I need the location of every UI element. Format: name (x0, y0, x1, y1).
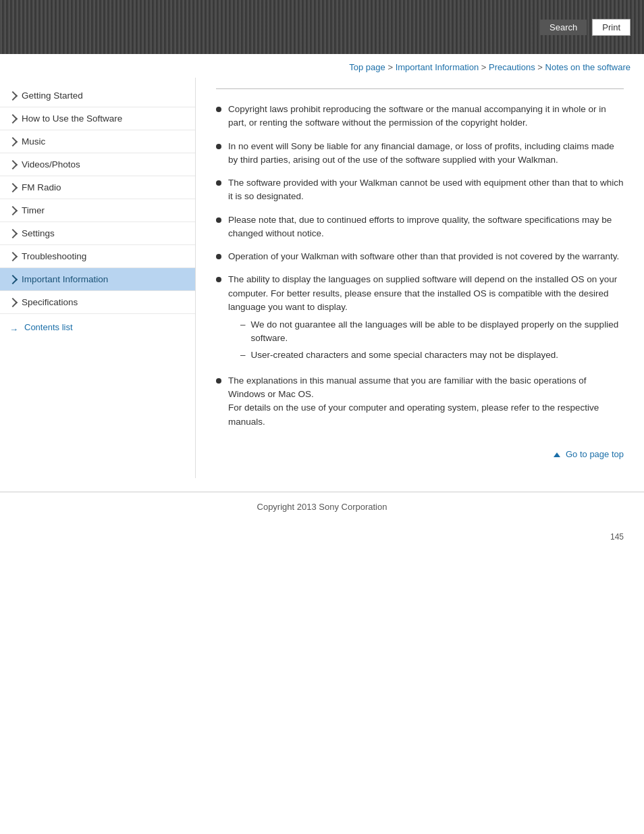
list-item: In no event will Sony be liable for any … (216, 140, 624, 167)
contents-list-link[interactable]: Contents list (0, 314, 195, 340)
arrow-icon (8, 136, 18, 146)
notes-list: Copyright laws prohibit reproducing the … (216, 103, 624, 429)
page-number-value: 145 (610, 532, 624, 542)
sidebar-item-label: Timer (22, 205, 45, 215)
arrow-icon (8, 113, 18, 123)
sidebar-item-getting-started[interactable]: Getting Started (0, 84, 195, 107)
breadcrumb-important-information[interactable]: Important Information (396, 62, 479, 72)
sidebar-item-label: Important Information (22, 274, 108, 284)
contents-list-label: Contents list (24, 322, 73, 332)
contents-list-arrow-icon (9, 324, 20, 331)
arrow-icon (8, 274, 18, 284)
footer: Copyright 2013 Sony Corporation (0, 492, 644, 519)
sidebar-item-specifications[interactable]: Specifications (0, 291, 195, 314)
bullet-icon (216, 107, 221, 112)
sidebar-item-timer[interactable]: Timer (0, 199, 195, 222)
list-item: – We do not guarantee all the languages … (240, 318, 624, 346)
search-button[interactable]: Search (540, 20, 587, 35)
sidebar: Getting Started How to Use the Software … (0, 78, 196, 478)
sub-item-text: User-created characters and some special… (251, 348, 558, 362)
sidebar-item-label: FM Radio (22, 182, 61, 192)
bullet-icon (216, 254, 221, 259)
header: Search Print (0, 0, 644, 54)
dash-icon: – (240, 318, 246, 332)
breadcrumb-top-page[interactable]: Top page (349, 62, 385, 72)
triangle-up-icon (554, 452, 560, 457)
sidebar-item-settings[interactable]: Settings (0, 222, 195, 245)
sidebar-item-label: Settings (22, 228, 55, 238)
list-item: – User-created characters and some speci… (240, 348, 624, 362)
list-item: The software provided with your Walkman … (216, 176, 624, 204)
arrow-icon (8, 182, 18, 192)
breadcrumb-precautions[interactable]: Precautions (489, 62, 535, 72)
list-item: The ability to display the languages on … (216, 273, 624, 365)
page-top-section: Go to page top (216, 438, 624, 465)
dash-icon: – (240, 348, 246, 362)
bullet-icon (216, 180, 221, 186)
list-item-subtext: For details on the use of your computer … (228, 402, 599, 426)
bullet-icon (216, 144, 221, 149)
print-button[interactable]: Print (592, 19, 630, 36)
sidebar-item-troubleshooting[interactable]: Troubleshooting (0, 245, 195, 268)
list-item-text: In no event will Sony be liable for any … (228, 140, 624, 167)
breadcrumb-notes-on-software[interactable]: Notes on the software (545, 62, 630, 72)
sidebar-item-music[interactable]: Music (0, 130, 195, 153)
list-item-text: Operation of your Walkman with software … (228, 250, 619, 263)
sidebar-item-label: How to Use the Software (22, 113, 122, 124)
content-area: Copyright laws prohibit reproducing the … (196, 78, 644, 478)
arrow-icon (8, 159, 18, 169)
arrow-icon (8, 251, 18, 261)
copyright-text: Copyright 2013 Sony Corporation (257, 502, 387, 512)
list-item-text: The explanations in this manual assume t… (228, 375, 587, 399)
bullet-icon (216, 217, 221, 223)
list-item-text: The ability to display the languages on … (228, 274, 617, 312)
list-item-content: The explanations in this manual assume t… (228, 374, 624, 429)
list-item: Operation of your Walkman with software … (216, 250, 624, 263)
bullet-icon (216, 277, 221, 282)
arrow-icon (8, 205, 18, 215)
sidebar-item-label: Specifications (22, 297, 78, 307)
sidebar-item-label: Videos/Photos (22, 159, 80, 170)
list-item: The explanations in this manual assume t… (216, 374, 624, 429)
list-item-text: The software provided with your Walkman … (228, 176, 624, 204)
breadcrumb: Top page > Important Information > Preca… (0, 54, 644, 78)
sidebar-item-label: Music (22, 136, 45, 147)
sidebar-item-important-information[interactable]: Important Information (0, 268, 195, 291)
page-number: 145 (0, 519, 644, 542)
arrow-icon (8, 297, 18, 307)
list-item-content: The ability to display the languages on … (228, 273, 624, 365)
bullet-icon (216, 378, 221, 384)
list-item: Copyright laws prohibit reproducing the … (216, 103, 624, 130)
sidebar-item-how-to-use[interactable]: How to Use the Software (0, 107, 195, 130)
sidebar-item-fm-radio[interactable]: FM Radio (0, 176, 195, 199)
sub-list: – We do not guarantee all the languages … (240, 318, 624, 362)
go-to-page-top-label: Go to page top (566, 449, 624, 459)
sub-item-text: We do not guarantee all the languages wi… (251, 318, 624, 346)
list-item-text: Copyright laws prohibit reproducing the … (228, 103, 624, 130)
arrow-icon (8, 90, 18, 100)
main-layout: Getting Started How to Use the Software … (0, 78, 644, 492)
go-to-page-top-link[interactable]: Go to page top (554, 449, 624, 459)
sidebar-item-label: Getting Started (22, 90, 83, 101)
list-item: Please note that, due to continued effor… (216, 213, 624, 241)
sidebar-item-videos-photos[interactable]: Videos/Photos (0, 153, 195, 176)
content-divider (216, 88, 624, 89)
sidebar-item-label: Troubleshooting (22, 251, 86, 261)
arrow-icon (8, 228, 18, 238)
list-item-text: Please note that, due to continued effor… (228, 213, 624, 241)
